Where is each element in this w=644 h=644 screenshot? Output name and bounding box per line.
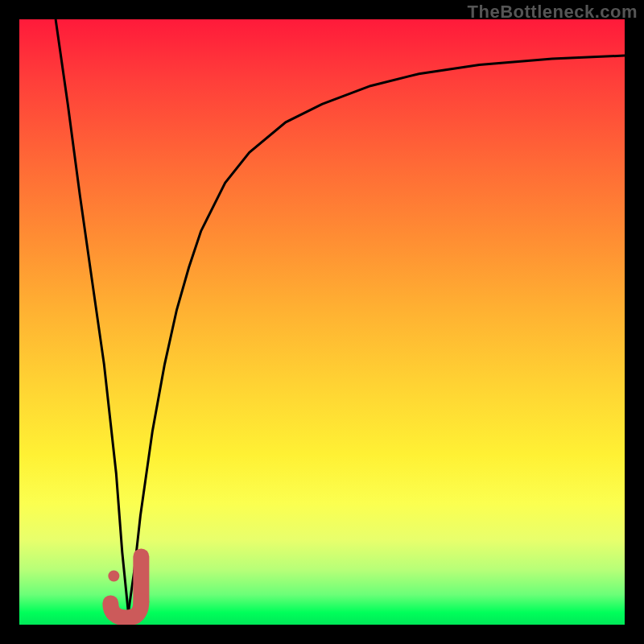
- chart-frame: TheBottleneck.com: [0, 0, 644, 644]
- watermark-text: TheBottleneck.com: [468, 2, 638, 23]
- j-marker-icon: [108, 556, 141, 617]
- svg-point-0: [108, 570, 119, 581]
- plot-area: [19, 19, 625, 625]
- marker-layer: [19, 19, 625, 625]
